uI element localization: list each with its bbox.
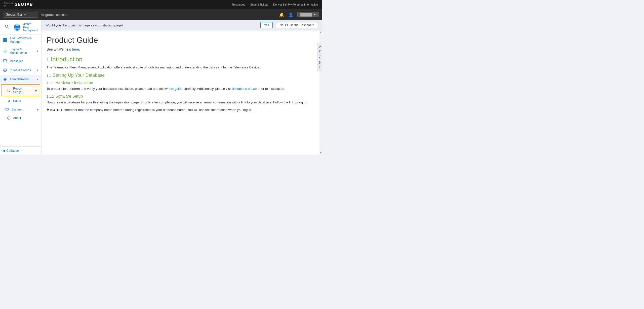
sidebar-search-icon[interactable] — [3, 23, 11, 32]
rules-chevron-icon: ▼ — [36, 69, 39, 72]
users-icon — [7, 99, 11, 103]
scroll-up-icon[interactable]: ▲ — [319, 30, 322, 34]
subtitle-prefix: See what's new — [47, 47, 72, 51]
product-guide-subtitle: See what's new here. — [47, 47, 312, 51]
sidebar-item-administration[interactable]: Administration ▲ — [0, 75, 41, 84]
main-layout: AT&T Fleet Management AT&T Workforce Man… — [0, 20, 322, 154]
section-112-note: ✱ NOTE: Remember that the company name e… — [47, 107, 312, 113]
note-asterisk: ✱ — [47, 108, 50, 112]
section-112-body: Now create a database for your fleet usi… — [47, 100, 312, 105]
sidebar-item-engine[interactable]: Engine & Maintenance ▼ — [0, 46, 41, 57]
submit-tickets-link[interactable]: Submit Tickets — [250, 3, 268, 6]
administration-chevron-icon: ▲ — [36, 78, 39, 81]
powered-by-text: Powered by — [4, 2, 13, 7]
svg-point-0 — [5, 25, 8, 27]
sidebar-messages-label: Messages — [10, 59, 23, 63]
section-111-num: 1.1.1 — [47, 81, 54, 85]
sidebar-administration-label: Administration — [10, 78, 29, 81]
section-112-heading: 1.1.2 Software Setup — [47, 94, 312, 99]
svg-text:i: i — [9, 118, 9, 119]
note-bold: NOTE — [50, 108, 59, 112]
notification-bell-icon[interactable]: 🔔 — [279, 12, 284, 17]
svg-rect-8 — [5, 38, 7, 40]
filter-bar-right: 🔔 👤 ▓▓▓▓▓▓ ▼ — [279, 12, 319, 17]
svg-point-24 — [8, 100, 9, 101]
sidebar-item-messages[interactable]: Messages — [0, 57, 41, 66]
groups-filter-button[interactable]: Groups filter ▼ — [3, 12, 38, 18]
report-setup-icon — [6, 88, 11, 93]
administration-icon — [3, 77, 8, 82]
rules-icon — [3, 68, 8, 73]
section-111-heading: 1.1.1 Hardware Installation — [47, 81, 312, 85]
app-name: AT&T — [23, 23, 38, 26]
sidebar-rules-label: Rules & Groups — [10, 68, 31, 72]
section-111-body-suffix: prior to installation. — [257, 87, 285, 91]
system-icon — [5, 107, 10, 112]
svg-rect-25 — [6, 108, 9, 110]
system-label: System... — [12, 108, 24, 111]
geotab-logo: GEOTAB — [15, 2, 33, 7]
all-groups-selected-text: All groups selected — [41, 13, 277, 17]
scroll-indicator: ▲ ▼ — [319, 30, 322, 154]
sidebar-header: AT&T Fleet Management — [0, 20, 41, 34]
here-link[interactable]: here — [72, 47, 79, 51]
engine-chevron-icon: ▼ — [36, 50, 39, 53]
sidebar-collapse-button[interactable]: ◀ Collapse — [0, 146, 41, 154]
do-not-sell-link[interactable]: Do Not Sell My Personal Information — [273, 3, 318, 6]
use-dashboard-button[interactable]: No, I'll use the Dashboard — [276, 22, 318, 28]
sidebar-item-workforce[interactable]: AT&T Workforce Manager — [0, 34, 41, 46]
svg-rect-10 — [5, 40, 7, 42]
user-menu-chevron-icon: ▼ — [313, 13, 316, 16]
sidebar-item-rules[interactable]: Rules & Groups ▼ — [0, 66, 41, 75]
groups-filter-arrow-icon: ▼ — [24, 13, 26, 16]
section-1-body: The Telematics Fleet Management Applicat… — [47, 65, 312, 70]
top-bar: Powered by GEOTAB Resources Submit Ticke… — [0, 0, 322, 9]
section-1-num: 1 — [47, 58, 49, 62]
section-112-num: 1.1.2 — [47, 95, 54, 98]
svg-rect-17 — [3, 60, 7, 62]
startup-banner: Would you like to set this page as your … — [42, 20, 322, 30]
report-setup-label: Report Setup... — [13, 87, 33, 94]
svg-line-1 — [8, 27, 9, 28]
system-chevron-icon: ▶ — [37, 108, 39, 111]
product-guide-content: Product Guide See what's new here. 1 Int… — [42, 30, 319, 154]
groups-filter-label: Groups filter — [6, 13, 22, 16]
resources-link[interactable]: Resources — [232, 3, 245, 6]
user-menu-label: ▓▓▓▓▓▓ — [300, 13, 312, 16]
sidebar-subitem-users[interactable]: Users — [0, 97, 41, 105]
about-icon: i — [7, 116, 11, 120]
top-links: Resources Submit Tickets Do Not Sell My … — [232, 3, 318, 6]
collapse-label: Collapse — [6, 149, 19, 152]
workforce-icon — [3, 37, 8, 43]
this-guide-link[interactable]: this guide — [169, 87, 183, 91]
section-111-body-mid: carefully. Additionally, please visit — [183, 87, 232, 91]
app-name-area: AT&T Fleet Management — [23, 23, 38, 32]
startup-question-text: Would you like to set this page as your … — [46, 23, 257, 27]
section-11-title: Setting Up Your Database — [53, 73, 105, 78]
sidebar-subitem-about[interactable]: i About — [0, 114, 41, 122]
user-menu-button[interactable]: ▓▓▓▓▓▓ ▼ — [297, 12, 319, 17]
sidebar-subitem-report-setup[interactable]: Report Setup... ▶ — [1, 84, 40, 96]
section-11-heading: 1.1 Setting Up Your Database — [47, 73, 312, 78]
svg-point-12 — [5, 51, 6, 52]
limitations-link[interactable]: limitations of use — [232, 87, 257, 91]
sidebar-engine-label: Engine & Maintenance — [10, 48, 34, 55]
logo-area: Powered by GEOTAB — [4, 2, 33, 7]
sidebar-subitem-system[interactable]: System... ▶ — [0, 105, 41, 114]
svg-rect-9 — [3, 40, 5, 42]
user-avatar-icon[interactable]: 👤 — [288, 12, 293, 17]
engine-icon — [3, 49, 8, 54]
about-label: About — [13, 116, 21, 120]
section-112-title: Software Setup — [55, 94, 83, 99]
yes-startup-button[interactable]: Yes — [260, 22, 273, 28]
users-label: Users — [13, 99, 21, 103]
svg-rect-7 — [3, 38, 5, 40]
section-111-title: Hardware Installation — [55, 81, 93, 85]
messages-icon — [3, 59, 8, 64]
section-1-title: Introduction — [51, 56, 82, 63]
sidebar: AT&T Fleet Management AT&T Workforce Man… — [0, 20, 42, 154]
svg-rect-20 — [7, 89, 9, 91]
subtitle-suffix: . — [79, 47, 80, 51]
scroll-down-icon[interactable]: ▼ — [319, 151, 322, 154]
product-guide-title: Product Guide — [47, 35, 312, 45]
